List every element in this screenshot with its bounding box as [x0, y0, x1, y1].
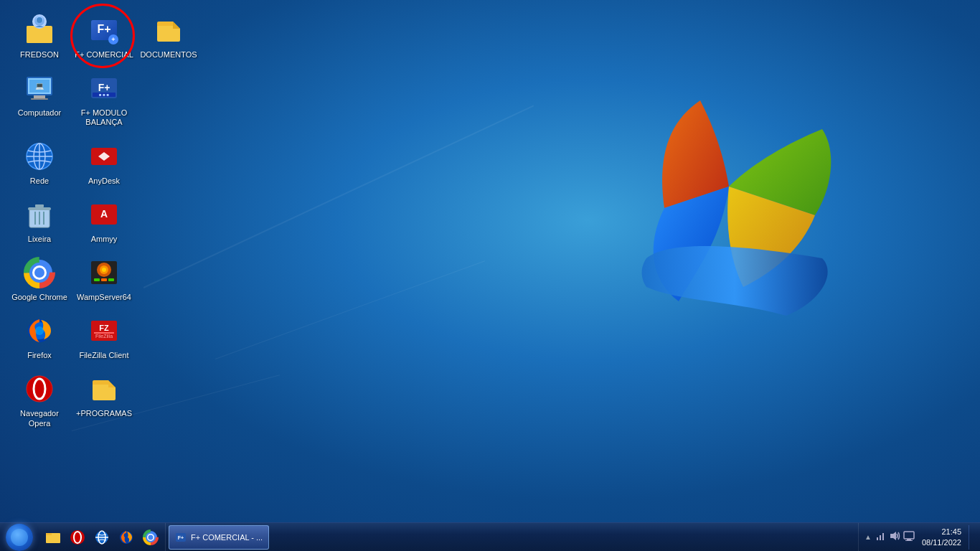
svg-rect-76	[882, 533, 884, 540]
svg-rect-14	[34, 95, 45, 98]
svg-rect-48	[108, 278, 114, 281]
start-orb-inner	[11, 529, 28, 546]
wamp-icon	[87, 255, 121, 290]
taskbar-quicklaunch	[39, 523, 166, 551]
clock-time: 21:45	[941, 527, 961, 537]
taskbar-fplus-task[interactable]: F+ F+ COMERCIAL - ...	[169, 525, 269, 550]
icon-documentos[interactable]: DOCUMENTOS	[136, 7, 201, 65]
svg-point-45	[102, 268, 106, 272]
taskbar-chrome-icon[interactable]	[139, 526, 162, 549]
svg-rect-1	[27, 29, 52, 43]
icon-row-2: 💻 Computador F+ ■ ■ ■ F+ MODULO BALANÇA	[7, 65, 201, 133]
tray-expand-arrow[interactable]: ▲	[864, 533, 872, 541]
ammyy-label: Ammyy	[91, 235, 118, 244]
svg-rect-47	[101, 278, 107, 281]
svg-rect-30	[35, 204, 44, 207]
svg-text:FZ: FZ	[99, 324, 109, 332]
system-tray: ▲	[858, 523, 980, 551]
icon-fplus-comercial[interactable]: F+ + F+ COMERCIAL	[72, 7, 136, 65]
svg-text:+: +	[111, 36, 115, 43]
svg-text:FileZilla: FileZilla	[95, 334, 113, 339]
icon-opera[interactable]: Navegador Opera	[7, 366, 72, 433]
fplus-comercial-icon: F+ +	[87, 13, 121, 47]
lixeira-icon	[22, 197, 57, 232]
svg-rect-75	[880, 535, 881, 540]
icon-programas[interactable]: +PROGRAMAS	[72, 366, 136, 433]
opera-icon	[22, 372, 57, 406]
fplus-balanca-icon: F+ ■ ■ ■	[87, 71, 121, 105]
svg-point-41	[34, 268, 44, 278]
taskbar-task-label: F+ COMERCIAL - ...	[191, 533, 263, 542]
desktop: FREDSON F+ +	[0, 0, 980, 551]
computador-icon: 💻	[22, 71, 57, 105]
icon-computador[interactable]: 💻 Computador	[7, 65, 72, 133]
desktop-icons-area: FREDSON F+ +	[0, 0, 208, 441]
clock[interactable]: 21:45 08/11/2022	[918, 527, 966, 547]
tray-display-icon[interactable]	[903, 530, 915, 544]
firefox-label: Firefox	[27, 351, 52, 360]
wamp-label: WampServer64	[77, 293, 131, 302]
icon-row-4: Lixeira A Ammyy	[7, 192, 201, 250]
fredson-label: FREDSON	[20, 50, 59, 60]
start-orb	[6, 524, 33, 551]
ammyy-icon: A	[87, 197, 121, 232]
tray-network-icon[interactable]	[875, 530, 886, 544]
computador-label: Computador	[18, 108, 62, 118]
icon-row-3: Rede AnyDesk	[7, 133, 201, 192]
icon-filezilla[interactable]: FZ FileZilla FileZilla Client	[72, 308, 136, 366]
taskbar: F+ F+ COMERCIAL - ... ▲	[0, 522, 980, 551]
fredson-icon	[22, 13, 57, 47]
icon-ammyy[interactable]: A Ammyy	[72, 192, 136, 250]
svg-point-51	[35, 326, 44, 335]
svg-marker-77	[890, 532, 896, 540]
fplus-balanca-label: F+ MODULO BALANÇA	[75, 108, 133, 127]
taskbar-opera-icon[interactable]	[66, 526, 89, 549]
svg-text:💻: 💻	[35, 81, 44, 90]
anydesk-label: AnyDesk	[88, 176, 120, 186]
taskbar-ie-icon[interactable]	[90, 526, 113, 549]
icon-row-6: Firefox FZ FileZilla FileZilla Client	[7, 308, 201, 366]
svg-point-57	[34, 379, 45, 399]
taskbar-firefox-icon[interactable]	[115, 526, 138, 549]
icon-fredson[interactable]: FREDSON	[7, 7, 72, 65]
icon-rede[interactable]: Rede	[7, 133, 72, 192]
svg-text:■ ■ ■: ■ ■ ■	[99, 93, 110, 97]
icon-firefox[interactable]: Firefox	[7, 308, 72, 366]
chrome-label: Google Chrome	[11, 293, 67, 302]
rede-icon	[22, 139, 57, 174]
svg-rect-46	[94, 278, 100, 281]
tray-volume-icon[interactable]	[889, 530, 900, 544]
icon-lixeira[interactable]: Lixeira	[7, 192, 72, 250]
chrome-icon	[22, 255, 57, 290]
programas-icon	[87, 372, 121, 406]
icon-anydesk[interactable]: AnyDesk	[72, 133, 136, 192]
svg-text:F+: F+	[98, 82, 110, 93]
svg-rect-80	[905, 540, 913, 541]
documentos-label: DOCUMENTOS	[140, 50, 197, 60]
filezilla-label: FileZilla Client	[79, 351, 128, 360]
firefox-icon	[22, 314, 57, 348]
lixeira-label: Lixeira	[28, 235, 51, 244]
svg-rect-29	[28, 207, 51, 210]
svg-rect-15	[31, 98, 48, 100]
icon-google-chrome[interactable]: Google Chrome	[7, 250, 72, 308]
taskbar-explorer-icon[interactable]	[42, 526, 65, 549]
programas-label: +PROGRAMAS	[76, 409, 132, 418]
icon-fplus-balanca[interactable]: F+ ■ ■ ■ F+ MODULO BALANÇA	[72, 65, 136, 133]
svg-text:F+: F+	[178, 535, 184, 540]
svg-point-6	[37, 17, 42, 23]
svg-text:A: A	[100, 208, 108, 220]
opera-label: Navegador Opera	[10, 409, 69, 428]
icon-wampserver[interactable]: WampServer64	[72, 250, 136, 308]
start-button[interactable]	[0, 523, 39, 552]
documentos-icon	[151, 13, 186, 47]
rede-label: Rede	[30, 176, 49, 186]
svg-point-71	[149, 534, 154, 540]
icon-row-7: Navegador Opera +PROGRAMAS	[7, 366, 201, 433]
taskbar-tasks: F+ F+ COMERCIAL - ...	[166, 523, 858, 551]
svg-text:F+: F+	[97, 23, 110, 35]
fplus-comercial-label: F+ COMERCIAL	[75, 50, 133, 60]
svg-point-61	[74, 532, 81, 543]
icon-row-5: Google Chrome WampServer64	[7, 250, 201, 308]
show-desktop-button[interactable]	[969, 525, 974, 550]
